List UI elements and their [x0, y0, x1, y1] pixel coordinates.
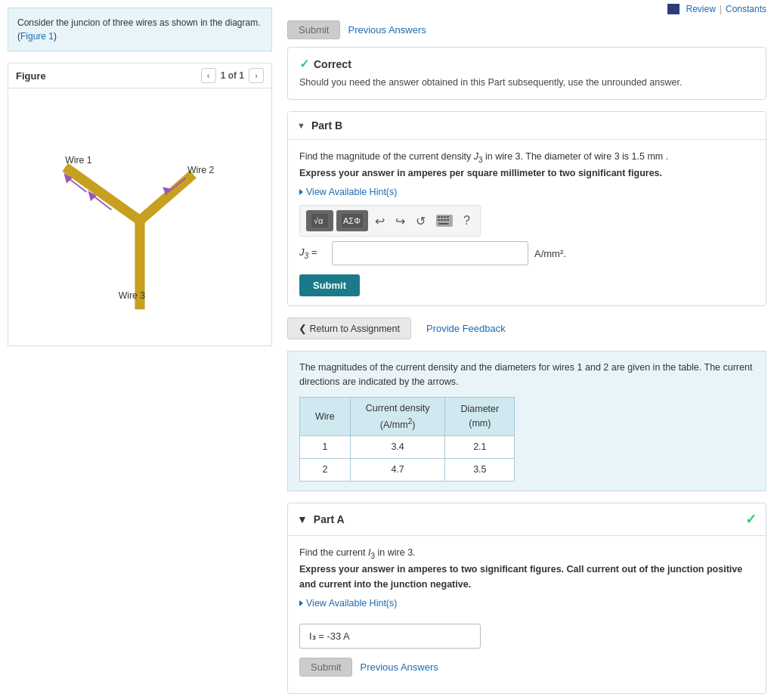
part-a-header[interactable]: ▼ Part A ✓	[288, 503, 766, 536]
submit-row: Submit Previous Answers	[287, 20, 766, 39]
part-b-hint-link[interactable]: View Available Hint(s)	[299, 187, 754, 197]
asigmaphi-button[interactable]: AΣΦ	[336, 210, 368, 231]
part-b-hint-label: View Available Hint(s)	[306, 187, 397, 197]
table-row: 2 4.7 3.5	[300, 459, 515, 482]
table-header-wire: Wire	[300, 397, 351, 436]
previous-answers-link-top[interactable]: Previous Answers	[348, 24, 426, 36]
keyboard-icon	[436, 215, 453, 227]
figure-page: 1 of 1	[221, 70, 244, 81]
figure-header: Figure ‹ 1 of 1 ›	[8, 63, 271, 88]
problem-text: Consider the juncion of three wires as s…	[17, 17, 261, 28]
figure-nav: ‹ 1 of 1 ›	[201, 68, 264, 83]
top-bar: Review | Constants	[287, 0, 766, 20]
sqrt-alpha-button[interactable]: √α	[306, 210, 333, 231]
part-a-question: Find the current I3 in wire 3. Express y…	[299, 545, 754, 593]
table-cell-density-2: 4.7	[350, 459, 445, 482]
part-a-hint-label: View Available Hint(s)	[306, 598, 397, 609]
checkmark-icon: ✓	[299, 57, 309, 71]
correct-box: ✓ Correct Should you need the answer obt…	[287, 47, 766, 100]
refresh-button[interactable]: ↺	[412, 210, 429, 231]
undo-button[interactable]: ↩	[371, 210, 389, 231]
help-button[interactable]: ?	[460, 210, 474, 231]
info-box-text: The magnitudes of the current density an…	[299, 361, 754, 389]
right-panel: Review | Constants Submit Previous Answe…	[280, 0, 774, 700]
answer-input[interactable]	[332, 241, 528, 265]
svg-rect-20	[447, 216, 449, 218]
return-button[interactable]: ❮ Return to Assignment	[287, 317, 411, 339]
figure-canvas: Wire 1 Wire 2 Wire 3	[8, 88, 271, 345]
info-table: Wire Current density(A/mm2) Diameter(mm)…	[299, 397, 515, 482]
figure-section: Figure ‹ 1 of 1 ›	[8, 63, 272, 346]
part-a-section: ▼ Part A ✓ Find the current I3 in wire 3…	[287, 503, 766, 695]
problem-statement: Consider the juncion of three wires as s…	[8, 8, 272, 51]
part-a-body: Find the current I3 in wire 3. Express y…	[288, 536, 766, 694]
part-b-arrow: ▼	[297, 121, 305, 130]
figure-next-button[interactable]: ›	[249, 68, 264, 83]
part-b-header[interactable]: ▼ Part B	[288, 112, 766, 140]
figure-prev-button[interactable]: ‹	[201, 68, 216, 83]
part-b-section: ▼ Part B Find the magnitude of the curre…	[287, 111, 766, 307]
svg-text:Wire 2: Wire 2	[187, 165, 215, 175]
svg-rect-17	[438, 216, 440, 218]
hint-arrow-icon-a	[299, 600, 303, 606]
submit-button-parta: Submit	[299, 658, 352, 677]
part-a-submit-row: Submit Previous Answers	[299, 658, 754, 677]
action-bar: ❮ Return to Assignment Provide Feedback	[287, 317, 766, 339]
svg-line-2	[140, 175, 194, 221]
table-row: 1 3.4 2.1	[300, 436, 515, 459]
answer-display-box: I₃ = -33 A	[299, 624, 481, 649]
table-cell-wire-2: 2	[300, 459, 351, 482]
keyboard-button[interactable]	[432, 210, 457, 231]
wire-diagram-svg: Wire 1 Wire 2 Wire 3	[8, 88, 271, 345]
table-cell-density-1: 3.4	[350, 436, 445, 459]
submit-button-partb[interactable]: Submit	[299, 274, 360, 296]
submit-button-disabled: Submit	[287, 20, 340, 39]
figure-link[interactable]: Figure 1	[20, 31, 54, 42]
svg-rect-22	[441, 219, 443, 221]
review-link[interactable]: Review	[686, 4, 715, 14]
answer-label: J3 =	[299, 246, 326, 260]
part-a-arrow: ▼	[297, 513, 308, 525]
correct-body: Should you need the answer obtained in t…	[299, 76, 754, 90]
table-cell-diameter-2: 3.5	[445, 459, 515, 482]
correct-header: ✓ Correct	[299, 57, 754, 71]
part-a-instruction: Express your answer in amperes to two si…	[299, 564, 742, 590]
part-b-label: Part B	[311, 119, 342, 132]
review-icon	[667, 4, 680, 14]
part-a-hint-link[interactable]: View Available Hint(s)	[299, 598, 754, 609]
unit-mm: mm	[647, 151, 663, 162]
part-a-checkmark: ✓	[745, 511, 757, 528]
svg-text:AΣΦ: AΣΦ	[343, 216, 361, 225]
redo-button[interactable]: ↪	[392, 210, 409, 231]
svg-rect-18	[441, 216, 443, 218]
svg-text:Wire 1: Wire 1	[65, 155, 92, 166]
table-header-diameter: Diameter(mm)	[445, 397, 515, 436]
part-a-label: Part A	[314, 513, 345, 525]
constants-link[interactable]: Constants	[726, 4, 766, 14]
info-box: The magnitudes of the current density an…	[287, 351, 766, 491]
hint-arrow-icon	[299, 189, 303, 195]
previous-answers-link-a[interactable]: Previous Answers	[360, 661, 438, 673]
svg-rect-19	[444, 216, 446, 218]
part-b-question: Find the magnitude of the current densit…	[299, 149, 754, 181]
answer-row: J3 = A/mm².	[299, 241, 754, 265]
svg-text:Wire 3: Wire 3	[119, 290, 146, 301]
table-cell-diameter-1: 2.1	[445, 436, 515, 459]
svg-rect-21	[438, 219, 440, 221]
figure-label: Figure	[16, 70, 46, 82]
provide-feedback-link[interactable]: Provide Feedback	[426, 323, 506, 334]
svg-rect-23	[444, 219, 446, 221]
sqrt-icon: √α	[311, 214, 328, 228]
svg-rect-25	[438, 223, 449, 225]
svg-line-1	[65, 167, 140, 221]
svg-rect-24	[447, 219, 449, 221]
table-header-current-density: Current density(A/mm2)	[350, 397, 445, 436]
separator: |	[720, 4, 722, 14]
correct-title: Correct	[314, 58, 351, 70]
math-toolbar: √α AΣΦ ↩ ↪ ↺	[299, 205, 481, 237]
table-cell-wire-1: 1	[300, 436, 351, 459]
part-b-body: Find the magnitude of the current densit…	[288, 140, 766, 306]
asigmaphi-icon: AΣΦ	[342, 214, 363, 228]
answer-unit: A/mm².	[534, 248, 566, 259]
svg-text:√α: √α	[314, 216, 324, 225]
